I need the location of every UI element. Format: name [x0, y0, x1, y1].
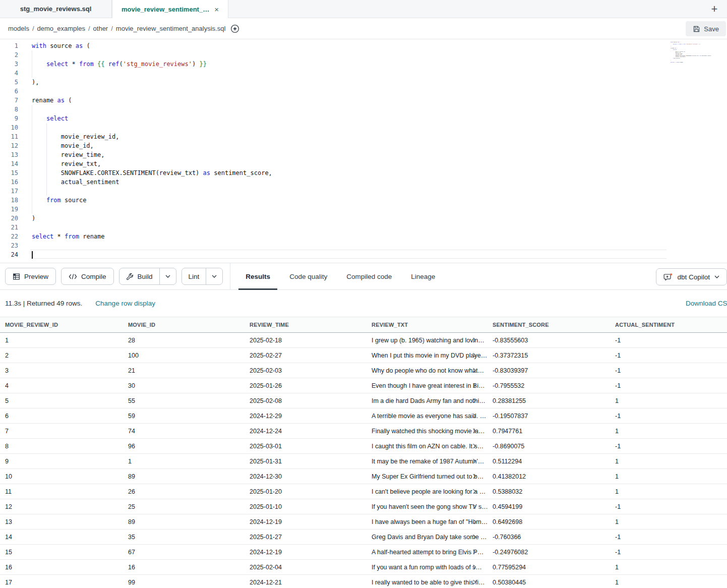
expand-cell-icon[interactable]: [472, 519, 476, 524]
save-button[interactable]: Save: [686, 21, 726, 36]
table-cell: 2: [0, 348, 123, 363]
table-cell: 6: [0, 408, 123, 423]
action-bar: Preview Compile Build Lint: [0, 263, 727, 290]
table-cell: 67: [123, 545, 245, 559]
table-cell: 1: [610, 424, 727, 438]
table-cell: 2025-02-18: [245, 333, 367, 347]
compile-button[interactable]: Compile: [61, 268, 114, 285]
table-cell: 2025-02-08: [245, 393, 367, 408]
table-row: 14352025-01-27Greg Davis and Bryan Daly …: [0, 530, 727, 545]
results-tab-lineage[interactable]: Lineage: [403, 263, 443, 290]
breadcrumb-segment[interactable]: other: [93, 25, 108, 32]
save-floppy-icon: [693, 25, 700, 33]
expand-cell-icon[interactable]: [472, 489, 476, 494]
line-number: 14: [0, 159, 18, 168]
table-cell: 8: [0, 439, 123, 453]
table-cell: When I put this movie in my DVD playe…: [367, 348, 488, 363]
table-grid-icon: [13, 273, 20, 280]
column-header: MOVIE_REVIEW_ID: [0, 317, 123, 332]
expand-cell-icon[interactable]: [472, 383, 476, 388]
table-cell: 2024-12-21: [245, 575, 367, 588]
table-cell: 17: [0, 575, 123, 588]
breadcrumb-segment[interactable]: models: [8, 25, 29, 32]
change-row-display-link[interactable]: Change row display: [95, 300, 155, 307]
table-cell: 16: [123, 560, 245, 574]
save-button-label: Save: [704, 25, 719, 33]
editor-minimap[interactable]: with source as ( select * from {{ ref('s…: [671, 42, 726, 259]
table-cell: -1: [610, 333, 727, 347]
new-tab-button[interactable]: +: [706, 0, 723, 18]
dbt-copilot-label: dbt Copilot: [677, 273, 710, 281]
docs-compass-icon[interactable]: [230, 24, 239, 33]
tab-stg-movie-reviews[interactable]: stg_movie_reviews.sql: [0, 0, 112, 18]
results-tab-results[interactable]: Results: [237, 263, 278, 290]
table-cell: 11: [0, 484, 123, 499]
lint-dropdown-button[interactable]: [206, 268, 222, 284]
table-cell: 89: [123, 469, 245, 484]
results-tab-compiled-code[interactable]: Compiled code: [338, 263, 400, 290]
table-cell: 4: [0, 378, 123, 393]
expand-cell-icon[interactable]: [472, 458, 476, 464]
table-cell: 1: [123, 454, 245, 468]
table-cell: I can't believe people are looking for a…: [367, 484, 488, 499]
build-button[interactable]: Build: [119, 268, 159, 284]
dbt-copilot-button[interactable]: dbt Copilot: [656, 268, 727, 285]
table-cell: 1: [610, 393, 727, 408]
expand-cell-icon[interactable]: [472, 398, 476, 403]
expand-cell-icon[interactable]: [472, 534, 476, 540]
table-cell: -1: [610, 530, 727, 544]
breadcrumb-separator: /: [111, 25, 113, 32]
expand-cell-icon[interactable]: [472, 549, 476, 555]
toolbar-divider: [230, 263, 230, 290]
table-cell: -0.19507837: [488, 408, 610, 423]
breadcrumb-segment[interactable]: demo_examples: [37, 25, 85, 32]
table-cell: 2025-02-27: [245, 348, 367, 363]
table-cell: 2025-02-03: [245, 363, 367, 378]
line-number: 4: [0, 69, 18, 78]
code-editor[interactable]: 1with source as (23 select * from {{ ref…: [0, 39, 727, 263]
table-cell: 14: [0, 530, 123, 544]
expand-cell-icon[interactable]: [472, 428, 476, 434]
table-cell: If you want a fun romp with loads of s…: [367, 560, 488, 574]
lint-split-button: Lint: [181, 268, 223, 285]
build-split-button: Build: [119, 268, 176, 285]
table-cell: A terrible movie as everyone has said. …: [367, 408, 488, 423]
table-cell: 2025-01-27: [245, 530, 367, 544]
table-cell: -1: [610, 348, 727, 363]
expand-cell-icon[interactable]: [472, 564, 476, 570]
lint-button[interactable]: Lint: [182, 268, 206, 284]
download-csv-link[interactable]: Download CSV: [686, 300, 727, 307]
table-cell: I caught this film on AZN on cable. It s…: [367, 439, 488, 453]
expand-cell-icon[interactable]: [472, 352, 476, 358]
expand-cell-icon[interactable]: [472, 474, 476, 479]
expand-cell-icon[interactable]: [472, 504, 476, 509]
code-line: 14 review_txt,: [0, 159, 727, 168]
table-cell: 2025-01-20: [245, 484, 367, 499]
expand-cell-icon[interactable]: [472, 443, 476, 449]
build-label: Build: [138, 273, 153, 280]
table-cell: 2025-02-04: [245, 560, 367, 574]
table-cell: 0.28381255: [488, 393, 610, 408]
table-cell: 55: [123, 393, 245, 408]
build-dropdown-button[interactable]: [159, 268, 176, 284]
code-line: 19: [0, 205, 727, 214]
code-line: 22select * from rename: [0, 232, 727, 241]
results-tab-code-quality[interactable]: Code quality: [281, 263, 335, 290]
preview-button[interactable]: Preview: [5, 268, 56, 285]
close-tab-icon[interactable]: ×: [214, 6, 219, 13]
table-cell: 28: [123, 333, 245, 347]
table-cell: 96: [123, 439, 245, 453]
line-number: 18: [0, 196, 18, 205]
table-cell: -0.24976082: [488, 545, 610, 559]
table-cell: 12: [0, 499, 123, 514]
table-cell: -0.83555603: [488, 333, 610, 347]
expand-cell-icon[interactable]: [472, 368, 476, 373]
tab-movie-review-sentiment[interactable]: movie_review_sentiment_… ×: [112, 0, 228, 18]
table-cell: It may be the remake of 1987 Autumn'…: [367, 454, 488, 468]
line-number: 8: [0, 105, 18, 114]
expand-cell-icon[interactable]: [472, 337, 476, 343]
expand-cell-icon[interactable]: [472, 413, 476, 419]
query-summary: 11.3s | Returned 49 rows.: [5, 300, 82, 307]
table-header-row: MOVIE_REVIEW_IDMOVIE_IDREVIEW_TIMEREVIEW…: [0, 317, 727, 333]
expand-cell-icon[interactable]: [472, 579, 476, 585]
